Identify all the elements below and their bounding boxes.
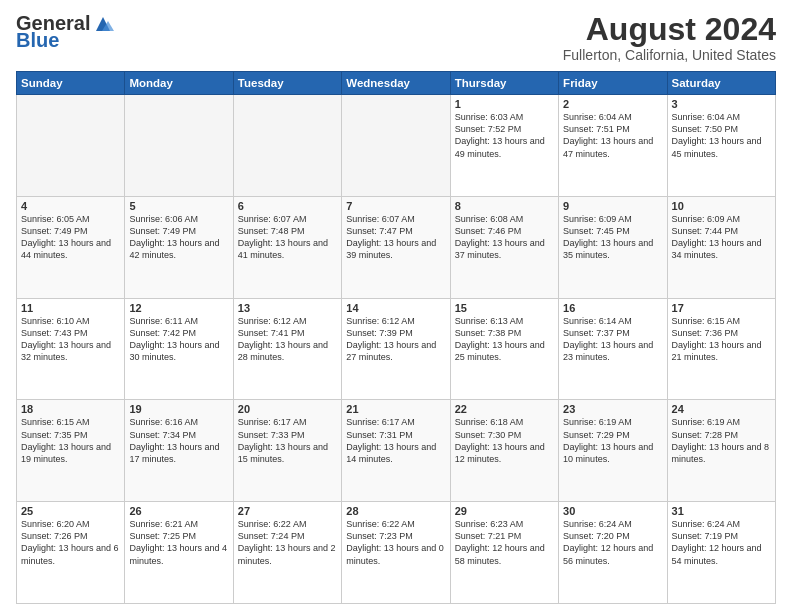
calendar-title: August 2024 (563, 12, 776, 47)
calendar-cell: 5Sunrise: 6:06 AMSunset: 7:49 PMDaylight… (125, 196, 233, 298)
day-number: 19 (129, 403, 228, 415)
day-number: 26 (129, 505, 228, 517)
col-saturday: Saturday (667, 72, 775, 95)
day-info: Sunrise: 6:08 AMSunset: 7:46 PMDaylight:… (455, 213, 554, 262)
calendar-week-row: 18Sunrise: 6:15 AMSunset: 7:35 PMDayligh… (17, 400, 776, 502)
calendar-cell: 24Sunrise: 6:19 AMSunset: 7:28 PMDayligh… (667, 400, 775, 502)
calendar-header-row: Sunday Monday Tuesday Wednesday Thursday… (17, 72, 776, 95)
header: General Blue August 2024 Fullerton, Cali… (16, 12, 776, 63)
day-info: Sunrise: 6:17 AMSunset: 7:33 PMDaylight:… (238, 416, 337, 465)
day-number: 13 (238, 302, 337, 314)
calendar-cell (125, 95, 233, 197)
calendar-cell: 20Sunrise: 6:17 AMSunset: 7:33 PMDayligh… (233, 400, 341, 502)
calendar-cell: 31Sunrise: 6:24 AMSunset: 7:19 PMDayligh… (667, 502, 775, 604)
day-info: Sunrise: 6:07 AMSunset: 7:48 PMDaylight:… (238, 213, 337, 262)
day-info: Sunrise: 6:18 AMSunset: 7:30 PMDaylight:… (455, 416, 554, 465)
calendar-cell: 27Sunrise: 6:22 AMSunset: 7:24 PMDayligh… (233, 502, 341, 604)
day-info: Sunrise: 6:09 AMSunset: 7:44 PMDaylight:… (672, 213, 771, 262)
day-info: Sunrise: 6:06 AMSunset: 7:49 PMDaylight:… (129, 213, 228, 262)
day-number: 11 (21, 302, 120, 314)
day-number: 16 (563, 302, 662, 314)
day-number: 24 (672, 403, 771, 415)
calendar-cell: 17Sunrise: 6:15 AMSunset: 7:36 PMDayligh… (667, 298, 775, 400)
calendar-cell: 6Sunrise: 6:07 AMSunset: 7:48 PMDaylight… (233, 196, 341, 298)
day-number: 9 (563, 200, 662, 212)
day-info: Sunrise: 6:20 AMSunset: 7:26 PMDaylight:… (21, 518, 120, 567)
day-number: 12 (129, 302, 228, 314)
calendar-table: Sunday Monday Tuesday Wednesday Thursday… (16, 71, 776, 604)
calendar-cell: 3Sunrise: 6:04 AMSunset: 7:50 PMDaylight… (667, 95, 775, 197)
day-info: Sunrise: 6:12 AMSunset: 7:39 PMDaylight:… (346, 315, 445, 364)
col-tuesday: Tuesday (233, 72, 341, 95)
day-number: 4 (21, 200, 120, 212)
day-number: 1 (455, 98, 554, 110)
day-info: Sunrise: 6:17 AMSunset: 7:31 PMDaylight:… (346, 416, 445, 465)
day-number: 18 (21, 403, 120, 415)
day-info: Sunrise: 6:13 AMSunset: 7:38 PMDaylight:… (455, 315, 554, 364)
day-number: 27 (238, 505, 337, 517)
day-info: Sunrise: 6:15 AMSunset: 7:35 PMDaylight:… (21, 416, 120, 465)
day-info: Sunrise: 6:19 AMSunset: 7:29 PMDaylight:… (563, 416, 662, 465)
day-number: 5 (129, 200, 228, 212)
day-number: 7 (346, 200, 445, 212)
day-number: 28 (346, 505, 445, 517)
day-info: Sunrise: 6:16 AMSunset: 7:34 PMDaylight:… (129, 416, 228, 465)
calendar-week-row: 25Sunrise: 6:20 AMSunset: 7:26 PMDayligh… (17, 502, 776, 604)
calendar-cell: 30Sunrise: 6:24 AMSunset: 7:20 PMDayligh… (559, 502, 667, 604)
day-number: 20 (238, 403, 337, 415)
day-info: Sunrise: 6:04 AMSunset: 7:50 PMDaylight:… (672, 111, 771, 160)
day-info: Sunrise: 6:14 AMSunset: 7:37 PMDaylight:… (563, 315, 662, 364)
calendar-cell: 22Sunrise: 6:18 AMSunset: 7:30 PMDayligh… (450, 400, 558, 502)
calendar-cell: 11Sunrise: 6:10 AMSunset: 7:43 PMDayligh… (17, 298, 125, 400)
col-friday: Friday (559, 72, 667, 95)
day-number: 22 (455, 403, 554, 415)
day-info: Sunrise: 6:07 AMSunset: 7:47 PMDaylight:… (346, 213, 445, 262)
day-info: Sunrise: 6:23 AMSunset: 7:21 PMDaylight:… (455, 518, 554, 567)
calendar-cell: 7Sunrise: 6:07 AMSunset: 7:47 PMDaylight… (342, 196, 450, 298)
day-number: 14 (346, 302, 445, 314)
calendar-cell: 28Sunrise: 6:22 AMSunset: 7:23 PMDayligh… (342, 502, 450, 604)
day-info: Sunrise: 6:09 AMSunset: 7:45 PMDaylight:… (563, 213, 662, 262)
logo: General Blue (16, 12, 114, 52)
logo-icon (92, 13, 114, 35)
day-number: 23 (563, 403, 662, 415)
col-thursday: Thursday (450, 72, 558, 95)
calendar-cell: 12Sunrise: 6:11 AMSunset: 7:42 PMDayligh… (125, 298, 233, 400)
title-section: August 2024 Fullerton, California, Unite… (563, 12, 776, 63)
calendar-cell: 18Sunrise: 6:15 AMSunset: 7:35 PMDayligh… (17, 400, 125, 502)
logo-blue-text: Blue (16, 29, 59, 52)
calendar-cell: 13Sunrise: 6:12 AMSunset: 7:41 PMDayligh… (233, 298, 341, 400)
page: General Blue August 2024 Fullerton, Cali… (0, 0, 792, 612)
day-info: Sunrise: 6:03 AMSunset: 7:52 PMDaylight:… (455, 111, 554, 160)
day-number: 17 (672, 302, 771, 314)
calendar-cell (342, 95, 450, 197)
day-info: Sunrise: 6:04 AMSunset: 7:51 PMDaylight:… (563, 111, 662, 160)
calendar-cell: 26Sunrise: 6:21 AMSunset: 7:25 PMDayligh… (125, 502, 233, 604)
day-number: 15 (455, 302, 554, 314)
calendar-cell: 23Sunrise: 6:19 AMSunset: 7:29 PMDayligh… (559, 400, 667, 502)
calendar-cell: 9Sunrise: 6:09 AMSunset: 7:45 PMDaylight… (559, 196, 667, 298)
day-number: 8 (455, 200, 554, 212)
day-info: Sunrise: 6:11 AMSunset: 7:42 PMDaylight:… (129, 315, 228, 364)
day-info: Sunrise: 6:15 AMSunset: 7:36 PMDaylight:… (672, 315, 771, 364)
day-number: 6 (238, 200, 337, 212)
calendar-week-row: 1Sunrise: 6:03 AMSunset: 7:52 PMDaylight… (17, 95, 776, 197)
calendar-subtitle: Fullerton, California, United States (563, 47, 776, 63)
day-info: Sunrise: 6:22 AMSunset: 7:23 PMDaylight:… (346, 518, 445, 567)
col-sunday: Sunday (17, 72, 125, 95)
col-monday: Monday (125, 72, 233, 95)
calendar-cell (233, 95, 341, 197)
day-number: 29 (455, 505, 554, 517)
day-number: 25 (21, 505, 120, 517)
day-number: 31 (672, 505, 771, 517)
day-info: Sunrise: 6:12 AMSunset: 7:41 PMDaylight:… (238, 315, 337, 364)
day-info: Sunrise: 6:21 AMSunset: 7:25 PMDaylight:… (129, 518, 228, 567)
day-info: Sunrise: 6:24 AMSunset: 7:20 PMDaylight:… (563, 518, 662, 567)
day-info: Sunrise: 6:19 AMSunset: 7:28 PMDaylight:… (672, 416, 771, 465)
day-info: Sunrise: 6:24 AMSunset: 7:19 PMDaylight:… (672, 518, 771, 567)
col-wednesday: Wednesday (342, 72, 450, 95)
calendar-cell: 1Sunrise: 6:03 AMSunset: 7:52 PMDaylight… (450, 95, 558, 197)
calendar-cell: 10Sunrise: 6:09 AMSunset: 7:44 PMDayligh… (667, 196, 775, 298)
day-info: Sunrise: 6:22 AMSunset: 7:24 PMDaylight:… (238, 518, 337, 567)
calendar-cell: 19Sunrise: 6:16 AMSunset: 7:34 PMDayligh… (125, 400, 233, 502)
